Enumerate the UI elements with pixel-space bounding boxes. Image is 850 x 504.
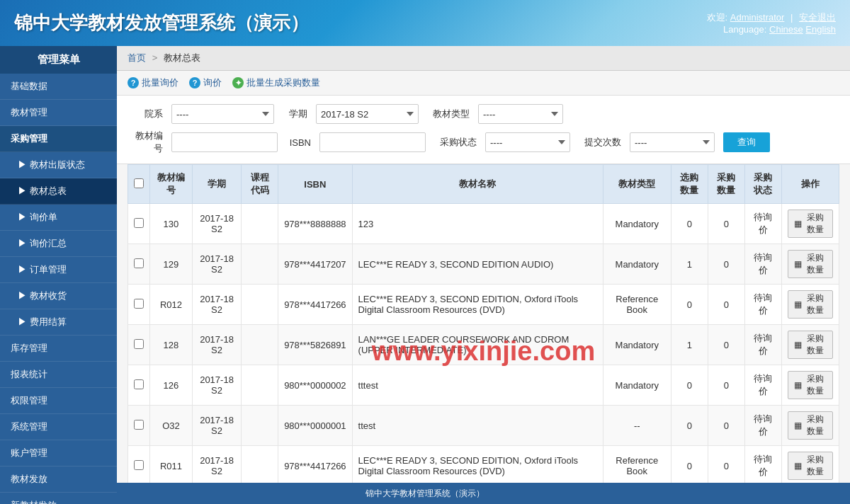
- purchase-qty-button[interactable]: ▦ 采购数量: [788, 331, 833, 359]
- bulk-generate-button[interactable]: ✦ 批量生成采购数量: [232, 76, 320, 89]
- lang-chinese-link[interactable]: Chinese: [769, 24, 803, 35]
- purchase-qty-button[interactable]: ▦ 采购数量: [788, 250, 833, 278]
- row-semester: 2017-18 S2: [192, 285, 241, 325]
- table-icon: ▦: [794, 299, 802, 309]
- row-action: ▦ 采购数量: [781, 406, 839, 446]
- lang-english-link[interactable]: English: [805, 24, 836, 35]
- semester-label: 学期: [283, 108, 307, 120]
- row-selected-qty: 0: [671, 406, 708, 446]
- row-check[interactable]: [134, 460, 144, 470]
- row-purchase-qty: 0: [708, 446, 744, 483]
- table-row: R011 2017-18 S2 978***4417266 LEC***E RE…: [128, 446, 839, 483]
- bulk-inquiry-button[interactable]: ? 批量询价: [128, 76, 178, 89]
- row-selected-qty: 0: [671, 204, 708, 244]
- purchase-status-select[interactable]: ----: [485, 132, 570, 152]
- row-isbn: 978***4417266: [278, 285, 352, 325]
- row-selected-qty: 0: [671, 285, 708, 325]
- action-label: 采购数量: [804, 373, 827, 397]
- th-checkbox: [128, 165, 150, 204]
- breadcrumb-home[interactable]: 首页: [128, 52, 146, 63]
- row-purchase-qty: 0: [708, 244, 744, 285]
- th-course-code: 课程代码: [242, 165, 278, 204]
- purchase-qty-button[interactable]: ▦ 采购数量: [788, 290, 833, 319]
- row-purchase-status: 待询价: [744, 204, 781, 244]
- action-label: 采购数量: [804, 413, 827, 437]
- row-purchase-qty: 0: [708, 204, 744, 244]
- sidebar-header: 管理菜单: [0, 46, 117, 74]
- table-row: O32 2017-18 S2 980***0000001 ttest -- 0 …: [128, 406, 839, 446]
- sidebar-item-textbook-publish[interactable]: ▶ 教材出版状态: [0, 152, 117, 178]
- sidebar-item-new-textbook-dist[interactable]: 新教材发放: [0, 493, 117, 504]
- row-checkbox: [128, 406, 150, 446]
- row-textbook-name: LEC***E READY 3, SECOND EDITION, Oxford …: [352, 285, 603, 325]
- sidebar-item-purchase-mgmt[interactable]: 采购管理: [0, 126, 117, 152]
- sidebar-item-permission-mgmt[interactable]: 权限管理: [0, 388, 117, 414]
- sidebar-item-inquiry-list[interactable]: ▶ 询价单: [0, 205, 117, 231]
- row-check[interactable]: [134, 379, 144, 389]
- inquiry-icon: ?: [189, 77, 200, 88]
- sidebar-item-textbook-list[interactable]: ▶ 教材总表: [0, 178, 117, 205]
- row-checkbox: [128, 285, 150, 325]
- row-check[interactable]: [134, 299, 144, 309]
- textbook-table: 教材编号 学期 课程代码 ISBN 教材名称 教材类型 选购数量 采购数量 采购…: [128, 164, 839, 483]
- textbook-no-input[interactable]: [171, 132, 278, 152]
- semester-select[interactable]: 2017-18 S2 2017-18 S1: [316, 104, 419, 124]
- th-purchase-qty: 采购数量: [708, 165, 744, 204]
- sidebar-item-inquiry-summary[interactable]: ▶ 询价汇总: [0, 231, 117, 257]
- row-purchase-qty: 0: [708, 325, 744, 365]
- footer-text: 锦中大学教材管理系统（演示）: [366, 488, 484, 500]
- sidebar-item-order-mgmt[interactable]: ▶ 订单管理: [0, 257, 117, 283]
- sidebar-item-textbook-dist[interactable]: 教材发放: [0, 466, 117, 493]
- textbook-type-select[interactable]: ---- Mandatory Reference Book: [478, 104, 563, 124]
- sidebar-item-basic-data[interactable]: 基础数据: [0, 74, 117, 100]
- footer: 锦中大学教材管理系统（演示）: [0, 483, 850, 504]
- inquiry-button[interactable]: ? 询价: [189, 76, 222, 89]
- th-selected-qty: 选购数量: [671, 165, 708, 204]
- row-isbn: 978***5826891: [278, 325, 352, 365]
- sidebar-item-system-mgmt[interactable]: 系统管理: [0, 414, 117, 440]
- row-textbook-type: Mandatory: [603, 365, 671, 406]
- breadcrumb: 首页 > 教材总表: [117, 46, 850, 71]
- isbn-input[interactable]: [319, 132, 426, 152]
- sidebar-item-textbook-mgmt[interactable]: 教材管理: [0, 100, 117, 126]
- row-selected-qty: 1: [671, 244, 708, 285]
- row-isbn: 980***0000002: [278, 365, 352, 406]
- sidebar-item-account-mgmt[interactable]: 账户管理: [0, 440, 117, 466]
- row-action: ▦ 采购数量: [781, 244, 839, 285]
- department-select[interactable]: ----: [171, 104, 274, 124]
- row-check[interactable]: [134, 339, 144, 349]
- purchase-qty-button[interactable]: ▦ 采购数量: [788, 411, 833, 440]
- row-textbook-type: Mandatory: [603, 244, 671, 285]
- th-semester: 学期: [192, 165, 241, 204]
- row-check[interactable]: [134, 218, 144, 228]
- header-right: 欢迎: Administrator | 安全退出 Language: Chine…: [707, 11, 836, 35]
- row-textbook-no: 129: [150, 244, 193, 285]
- purchase-qty-button[interactable]: ▦ 采购数量: [788, 210, 833, 238]
- row-course-code: [242, 365, 278, 406]
- row-selected-qty: 0: [671, 446, 708, 483]
- select-all-checkbox[interactable]: [134, 178, 144, 188]
- row-textbook-name: LEC***E READY 3, SECOND EDITION AUDIO): [352, 244, 603, 285]
- sidebar-item-fee-settlement[interactable]: ▶ 费用结算: [0, 309, 117, 336]
- table-icon: ▦: [794, 380, 802, 390]
- query-button[interactable]: 查询: [723, 132, 770, 152]
- table-icon: ▦: [794, 461, 802, 471]
- row-action: ▦ 采购数量: [781, 325, 839, 365]
- username-link[interactable]: Administrator: [730, 12, 785, 23]
- th-action: 操作: [781, 165, 839, 204]
- sidebar-item-textbook-receive[interactable]: ▶ 教材收货: [0, 283, 117, 309]
- sidebar-item-report-stats[interactable]: 报表统计: [0, 362, 117, 388]
- row-check[interactable]: [134, 420, 144, 430]
- table-wrap: www.yixinjie.com 教材编号 学期 课程代码 ISBN 教材名称 …: [117, 164, 850, 483]
- row-textbook-no: O32: [150, 406, 193, 446]
- purchase-qty-button[interactable]: ▦ 采购数量: [788, 452, 833, 480]
- sidebar-item-inventory-mgmt[interactable]: 库存管理: [0, 336, 117, 362]
- inquiry-label: 询价: [203, 76, 222, 89]
- row-textbook-type: --: [603, 406, 671, 446]
- th-textbook-no: 教材编号: [150, 165, 193, 204]
- row-textbook-no: 128: [150, 325, 193, 365]
- row-check[interactable]: [134, 258, 144, 268]
- submit-count-select[interactable]: ----: [630, 132, 715, 152]
- purchase-qty-button[interactable]: ▦ 采购数量: [788, 371, 833, 399]
- logout-link[interactable]: 安全退出: [799, 12, 836, 23]
